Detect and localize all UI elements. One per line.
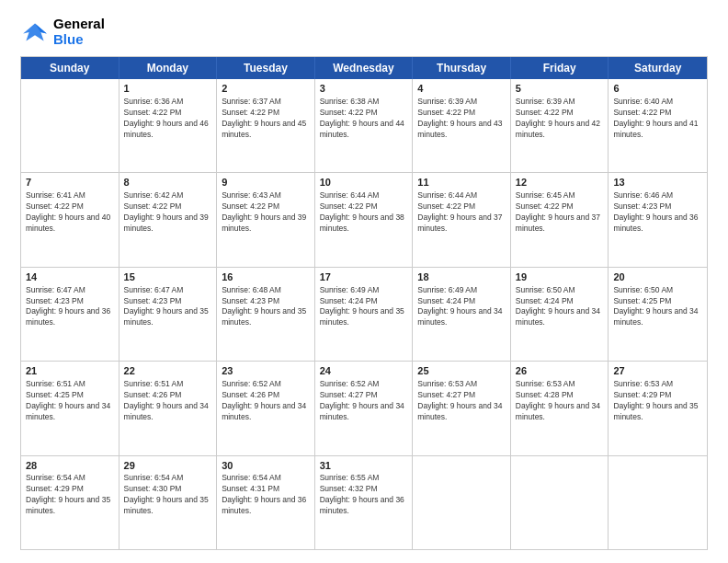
sun-info: Sunrise: 6:52 AMSunset: 4:26 PMDaylight:…: [222, 379, 310, 423]
calendar-row-1: 1Sunrise: 6:36 AMSunset: 4:22 PMDaylight…: [21, 79, 707, 172]
calendar-row-4: 21Sunrise: 6:51 AMSunset: 4:25 PMDayligh…: [21, 361, 707, 454]
day-cell-15: 15Sunrise: 6:47 AMSunset: 4:23 PMDayligh…: [119, 268, 218, 361]
day-cell-1: 1Sunrise: 6:36 AMSunset: 4:22 PMDaylight…: [119, 79, 218, 172]
sun-info: Sunrise: 6:38 AMSunset: 4:22 PMDaylight:…: [320, 97, 408, 141]
day-cell-18: 18Sunrise: 6:49 AMSunset: 4:24 PMDayligh…: [413, 268, 511, 361]
day-number: 3: [320, 82, 408, 96]
day-cell-9: 9Sunrise: 6:43 AMSunset: 4:22 PMDaylight…: [217, 173, 315, 266]
day-cell-23: 23Sunrise: 6:52 AMSunset: 4:26 PMDayligh…: [217, 362, 315, 454]
day-number: 25: [417, 364, 506, 378]
day-cell-14: 14Sunrise: 6:47 AMSunset: 4:23 PMDayligh…: [21, 268, 119, 361]
sun-info: Sunrise: 6:41 AMSunset: 4:22 PMDaylight:…: [26, 190, 114, 235]
empty-cell-r4c4: [413, 456, 511, 549]
sun-info: Sunrise: 6:44 AMSunset: 4:22 PMDaylight:…: [320, 190, 408, 235]
day-cell-17: 17Sunrise: 6:49 AMSunset: 4:24 PMDayligh…: [315, 268, 414, 361]
sun-info: Sunrise: 6:45 AMSunset: 4:22 PMDaylight:…: [516, 190, 604, 235]
calendar-row-3: 14Sunrise: 6:47 AMSunset: 4:23 PMDayligh…: [21, 267, 707, 361]
sun-info: Sunrise: 6:55 AMSunset: 4:32 PMDaylight:…: [320, 473, 408, 517]
day-number: 13: [613, 176, 702, 190]
calendar-header: SundayMondayTuesdayWednesdayThursdayFrid…: [21, 57, 707, 79]
day-cell-12: 12Sunrise: 6:45 AMSunset: 4:22 PMDayligh…: [511, 173, 609, 266]
day-number: 12: [516, 176, 604, 190]
day-cell-10: 10Sunrise: 6:44 AMSunset: 4:22 PMDayligh…: [315, 173, 414, 266]
day-cell-24: 24Sunrise: 6:52 AMSunset: 4:27 PMDayligh…: [315, 362, 414, 454]
sun-info: Sunrise: 6:42 AMSunset: 4:22 PMDaylight:…: [124, 190, 212, 235]
day-number: 6: [613, 82, 702, 96]
day-cell-28: 28Sunrise: 6:54 AMSunset: 4:29 PMDayligh…: [21, 456, 119, 549]
day-cell-29: 29Sunrise: 6:54 AMSunset: 4:30 PMDayligh…: [119, 456, 218, 549]
day-number: 7: [26, 176, 114, 190]
day-cell-4: 4Sunrise: 6:39 AMSunset: 4:22 PMDaylight…: [413, 79, 511, 172]
day-number: 21: [26, 364, 114, 378]
sun-info: Sunrise: 6:54 AMSunset: 4:29 PMDaylight:…: [26, 473, 114, 517]
day-cell-22: 22Sunrise: 6:51 AMSunset: 4:26 PMDayligh…: [119, 362, 218, 454]
sun-info: Sunrise: 6:51 AMSunset: 4:26 PMDaylight:…: [124, 379, 212, 423]
sun-info: Sunrise: 6:39 AMSunset: 4:22 PMDaylight:…: [417, 97, 506, 141]
sun-info: Sunrise: 6:51 AMSunset: 4:25 PMDaylight:…: [26, 379, 114, 423]
sun-info: Sunrise: 6:37 AMSunset: 4:22 PMDaylight:…: [222, 97, 310, 141]
day-cell-31: 31Sunrise: 6:55 AMSunset: 4:32 PMDayligh…: [315, 456, 414, 549]
sun-info: Sunrise: 6:50 AMSunset: 4:24 PMDaylight:…: [516, 285, 604, 329]
calendar-page: General Blue SundayMondayTuesdayWednesda…: [0, 0, 728, 563]
day-number: 5: [516, 82, 604, 96]
sun-info: Sunrise: 6:47 AMSunset: 4:23 PMDaylight:…: [124, 285, 212, 329]
day-cell-13: 13Sunrise: 6:46 AMSunset: 4:23 PMDayligh…: [609, 173, 707, 266]
weekday-header-friday: Friday: [511, 57, 609, 79]
sun-info: Sunrise: 6:44 AMSunset: 4:22 PMDaylight:…: [417, 190, 506, 235]
weekday-header-monday: Monday: [119, 57, 218, 79]
day-number: 8: [124, 176, 212, 190]
day-number: 27: [613, 364, 702, 378]
day-cell-5: 5Sunrise: 6:39 AMSunset: 4:22 PMDaylight…: [511, 79, 609, 172]
empty-cell-r4c6: [609, 456, 707, 549]
day-cell-21: 21Sunrise: 6:51 AMSunset: 4:25 PMDayligh…: [21, 362, 119, 454]
empty-cell-r0c0: [21, 79, 119, 172]
calendar: SundayMondayTuesdayWednesdayThursdayFrid…: [20, 56, 708, 550]
day-cell-30: 30Sunrise: 6:54 AMSunset: 4:31 PMDayligh…: [217, 456, 315, 549]
day-cell-7: 7Sunrise: 6:41 AMSunset: 4:22 PMDaylight…: [21, 173, 119, 266]
sun-info: Sunrise: 6:47 AMSunset: 4:23 PMDaylight:…: [26, 285, 114, 329]
weekday-header-wednesday: Wednesday: [315, 57, 414, 79]
sun-info: Sunrise: 6:54 AMSunset: 4:31 PMDaylight:…: [222, 473, 310, 517]
day-number: 23: [222, 364, 310, 378]
calendar-body: 1Sunrise: 6:36 AMSunset: 4:22 PMDaylight…: [21, 79, 707, 549]
calendar-row-2: 7Sunrise: 6:41 AMSunset: 4:22 PMDaylight…: [21, 172, 707, 266]
logo-text: General Blue: [53, 17, 105, 47]
day-cell-19: 19Sunrise: 6:50 AMSunset: 4:24 PMDayligh…: [511, 268, 609, 361]
page-header: General Blue: [20, 17, 708, 47]
day-number: 4: [417, 82, 506, 96]
day-number: 2: [222, 82, 310, 96]
day-cell-2: 2Sunrise: 6:37 AMSunset: 4:22 PMDaylight…: [217, 79, 315, 172]
day-number: 20: [613, 270, 702, 284]
day-number: 17: [320, 270, 408, 284]
day-number: 22: [124, 364, 212, 378]
day-cell-26: 26Sunrise: 6:53 AMSunset: 4:28 PMDayligh…: [511, 362, 609, 454]
calendar-row-5: 28Sunrise: 6:54 AMSunset: 4:29 PMDayligh…: [21, 455, 707, 549]
weekday-header-tuesday: Tuesday: [217, 57, 315, 79]
sun-info: Sunrise: 6:53 AMSunset: 4:27 PMDaylight:…: [417, 379, 506, 423]
day-cell-27: 27Sunrise: 6:53 AMSunset: 4:29 PMDayligh…: [609, 362, 707, 454]
logo: General Blue: [20, 17, 105, 47]
sun-info: Sunrise: 6:52 AMSunset: 4:27 PMDaylight:…: [320, 379, 408, 423]
day-number: 19: [516, 270, 604, 284]
day-number: 16: [222, 270, 310, 284]
sun-info: Sunrise: 6:43 AMSunset: 4:22 PMDaylight:…: [222, 190, 310, 235]
sun-info: Sunrise: 6:49 AMSunset: 4:24 PMDaylight:…: [320, 285, 408, 329]
day-number: 29: [124, 459, 212, 473]
day-number: 30: [222, 459, 310, 473]
weekday-header-sunday: Sunday: [21, 57, 119, 79]
sun-info: Sunrise: 6:36 AMSunset: 4:22 PMDaylight:…: [124, 97, 212, 141]
day-number: 1: [124, 82, 212, 96]
day-cell-6: 6Sunrise: 6:40 AMSunset: 4:22 PMDaylight…: [609, 79, 707, 172]
day-cell-11: 11Sunrise: 6:44 AMSunset: 4:22 PMDayligh…: [413, 173, 511, 266]
sun-info: Sunrise: 6:48 AMSunset: 4:23 PMDaylight:…: [222, 285, 310, 329]
day-cell-25: 25Sunrise: 6:53 AMSunset: 4:27 PMDayligh…: [413, 362, 511, 454]
day-number: 14: [26, 270, 114, 284]
sun-info: Sunrise: 6:46 AMSunset: 4:23 PMDaylight:…: [613, 190, 702, 235]
sun-info: Sunrise: 6:54 AMSunset: 4:30 PMDaylight:…: [124, 473, 212, 517]
day-cell-3: 3Sunrise: 6:38 AMSunset: 4:22 PMDaylight…: [315, 79, 414, 172]
weekday-header-saturday: Saturday: [609, 57, 707, 79]
day-number: 11: [417, 176, 506, 190]
empty-cell-r4c5: [511, 456, 609, 549]
day-number: 18: [417, 270, 506, 284]
day-number: 28: [26, 459, 114, 473]
